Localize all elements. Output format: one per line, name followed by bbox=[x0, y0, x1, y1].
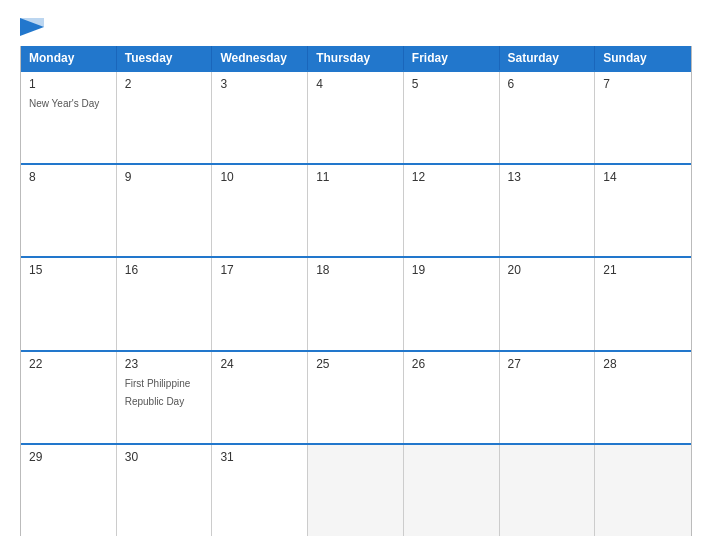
day-cell bbox=[404, 445, 500, 536]
day-number: 28 bbox=[603, 357, 683, 371]
day-cell: 19 bbox=[404, 258, 500, 349]
day-cell: 10 bbox=[212, 165, 308, 256]
day-number: 7 bbox=[603, 77, 683, 91]
day-number: 24 bbox=[220, 357, 299, 371]
day-number: 4 bbox=[316, 77, 395, 91]
day-number: 3 bbox=[220, 77, 299, 91]
day-event: New Year's Day bbox=[29, 98, 99, 109]
day-cell: 3 bbox=[212, 72, 308, 163]
day-header-friday: Friday bbox=[404, 46, 500, 70]
day-number: 22 bbox=[29, 357, 108, 371]
day-number: 21 bbox=[603, 263, 683, 277]
day-number: 2 bbox=[125, 77, 204, 91]
day-cell: 7 bbox=[595, 72, 691, 163]
day-number: 26 bbox=[412, 357, 491, 371]
day-cell: 13 bbox=[500, 165, 596, 256]
day-cell: 18 bbox=[308, 258, 404, 349]
day-cell: 24 bbox=[212, 352, 308, 443]
day-header-saturday: Saturday bbox=[500, 46, 596, 70]
day-cell: 31 bbox=[212, 445, 308, 536]
day-number: 17 bbox=[220, 263, 299, 277]
day-cell: 30 bbox=[117, 445, 213, 536]
day-number: 10 bbox=[220, 170, 299, 184]
week-row-2: 891011121314 bbox=[21, 163, 691, 256]
day-cell bbox=[500, 445, 596, 536]
day-cell: 12 bbox=[404, 165, 500, 256]
svg-rect-1 bbox=[20, 18, 44, 27]
day-number: 11 bbox=[316, 170, 395, 184]
day-cell: 23First Philippine Republic Day bbox=[117, 352, 213, 443]
day-header-sunday: Sunday bbox=[595, 46, 691, 70]
day-cell: 26 bbox=[404, 352, 500, 443]
calendar-container: MondayTuesdayWednesdayThursdayFridaySatu… bbox=[0, 0, 712, 550]
week-row-1: 1New Year's Day234567 bbox=[21, 70, 691, 163]
day-number: 1 bbox=[29, 77, 108, 91]
day-number: 6 bbox=[508, 77, 587, 91]
week-row-5: 293031 bbox=[21, 443, 691, 536]
day-cell: 11 bbox=[308, 165, 404, 256]
calendar-header bbox=[20, 18, 692, 34]
day-number: 14 bbox=[603, 170, 683, 184]
calendar-grid: MondayTuesdayWednesdayThursdayFridaySatu… bbox=[20, 46, 692, 536]
weeks: 1New Year's Day2345678910111213141516171… bbox=[21, 70, 691, 536]
day-cell: 9 bbox=[117, 165, 213, 256]
day-number: 12 bbox=[412, 170, 491, 184]
day-header-tuesday: Tuesday bbox=[117, 46, 213, 70]
day-number: 5 bbox=[412, 77, 491, 91]
day-cell: 29 bbox=[21, 445, 117, 536]
day-number: 25 bbox=[316, 357, 395, 371]
day-cell: 25 bbox=[308, 352, 404, 443]
day-cell bbox=[308, 445, 404, 536]
day-number: 8 bbox=[29, 170, 108, 184]
day-cell: 14 bbox=[595, 165, 691, 256]
day-cell: 5 bbox=[404, 72, 500, 163]
day-cell: 21 bbox=[595, 258, 691, 349]
day-headers: MondayTuesdayWednesdayThursdayFridaySatu… bbox=[21, 46, 691, 70]
logo bbox=[20, 18, 44, 34]
day-number: 15 bbox=[29, 263, 108, 277]
day-number: 16 bbox=[125, 263, 204, 277]
day-header-wednesday: Wednesday bbox=[212, 46, 308, 70]
day-cell: 1New Year's Day bbox=[21, 72, 117, 163]
day-cell: 8 bbox=[21, 165, 117, 256]
day-cell: 28 bbox=[595, 352, 691, 443]
day-cell: 2 bbox=[117, 72, 213, 163]
day-cell: 6 bbox=[500, 72, 596, 163]
day-number: 13 bbox=[508, 170, 587, 184]
day-cell: 17 bbox=[212, 258, 308, 349]
logo-flag-icon bbox=[20, 18, 44, 36]
day-cell bbox=[595, 445, 691, 536]
day-number: 29 bbox=[29, 450, 108, 464]
week-row-3: 15161718192021 bbox=[21, 256, 691, 349]
day-number: 19 bbox=[412, 263, 491, 277]
day-event: First Philippine Republic Day bbox=[125, 378, 191, 407]
day-number: 31 bbox=[220, 450, 299, 464]
day-cell: 16 bbox=[117, 258, 213, 349]
day-number: 20 bbox=[508, 263, 587, 277]
day-cell: 4 bbox=[308, 72, 404, 163]
day-cell: 27 bbox=[500, 352, 596, 443]
day-cell: 15 bbox=[21, 258, 117, 349]
day-number: 30 bbox=[125, 450, 204, 464]
day-cell: 22 bbox=[21, 352, 117, 443]
day-number: 27 bbox=[508, 357, 587, 371]
day-number: 9 bbox=[125, 170, 204, 184]
week-row-4: 2223First Philippine Republic Day2425262… bbox=[21, 350, 691, 443]
day-cell: 20 bbox=[500, 258, 596, 349]
day-number: 18 bbox=[316, 263, 395, 277]
day-header-thursday: Thursday bbox=[308, 46, 404, 70]
day-header-monday: Monday bbox=[21, 46, 117, 70]
day-number: 23 bbox=[125, 357, 204, 371]
